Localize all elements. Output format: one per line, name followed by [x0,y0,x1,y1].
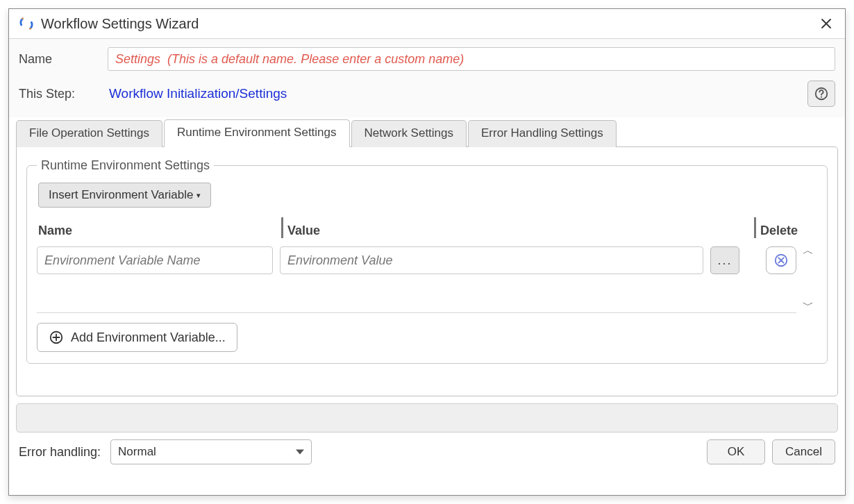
footer: Error handling: Normal OK Cancel [9,432,845,473]
scroll-down-button[interactable]: ﹀ [803,299,814,313]
tab-network[interactable]: Network Settings [351,120,467,147]
column-separator-icon [281,217,283,238]
tab-body: Runtime Environment Settings Insert Envi… [16,146,838,396]
column-headers: Name Value Delete [37,215,817,244]
tab-file-operation[interactable]: File Operation Settings [16,120,162,147]
app-logo-icon [19,16,34,31]
step-label: This Step: [19,87,108,101]
step-link[interactable]: Workflow Initialization/Settings [108,86,287,101]
help-button[interactable] [807,81,835,107]
env-value-input[interactable] [280,246,703,274]
svg-point-0 [22,17,24,19]
tabs-area: File Operation Settings Runtime Environm… [9,117,845,396]
scroll-up-button[interactable]: ︿ [803,244,814,258]
runtime-env-group: Runtime Environment Settings Insert Envi… [26,158,828,364]
ok-button[interactable]: OK [707,439,765,464]
insert-env-var-label: Insert Environment Variable [49,188,194,202]
name-label: Name [19,52,108,67]
name-input[interactable] [108,47,835,71]
status-band [16,403,838,432]
cancel-button[interactable]: Cancel [772,439,835,464]
name-row: Name [19,47,835,71]
error-handling-select[interactable]: Normal [110,439,312,464]
rows-inner: ... [37,244,796,313]
svg-point-3 [821,96,822,98]
delete-circle-icon [773,253,789,268]
add-env-var-label: Add Environment Variable... [71,330,226,345]
svg-point-1 [29,28,31,30]
close-icon [820,17,832,30]
dialog-title: Workflow Settings Wizard [41,16,817,32]
add-env-var-button[interactable]: Add Environment Variable... [37,323,237,352]
column-separator-icon [754,217,756,238]
col-name-header: Name [38,224,281,238]
env-name-input[interactable] [37,246,273,274]
insert-env-var-button[interactable]: Insert Environment Variable ▾ [38,183,211,208]
row-scroll: ︿ ﹀ [799,244,817,313]
header-area: Name This Step: Workflow Initialization/… [9,39,845,117]
value-browse-button[interactable]: ... [710,246,739,274]
workflow-settings-dialog: Workflow Settings Wizard Name This Step:… [8,8,846,496]
step-row: This Step: Workflow Initialization/Setti… [19,81,835,107]
dropdown-caret-icon: ▾ [196,191,201,200]
error-handling-value: Normal [118,445,156,459]
col-value-header: Value [287,224,754,238]
help-icon [814,86,829,101]
titlebar: Workflow Settings Wizard [9,9,845,39]
delete-row-button[interactable] [766,246,796,274]
col-delete-header: Delete [760,224,816,238]
tab-error-handling[interactable]: Error Handling Settings [468,120,617,147]
rows-wrap: ... ︿ ﹀ [37,244,817,313]
error-handling-label: Error handling: [19,445,101,460]
group-legend: Runtime Environment Settings [37,158,214,173]
tabstrip: File Operation Settings Runtime Environm… [16,119,838,146]
plus-circle-icon [49,330,64,345]
tab-runtime-environment[interactable]: Runtime Environment Settings [164,119,350,147]
env-var-row: ... [37,244,796,281]
close-button[interactable] [817,15,835,33]
